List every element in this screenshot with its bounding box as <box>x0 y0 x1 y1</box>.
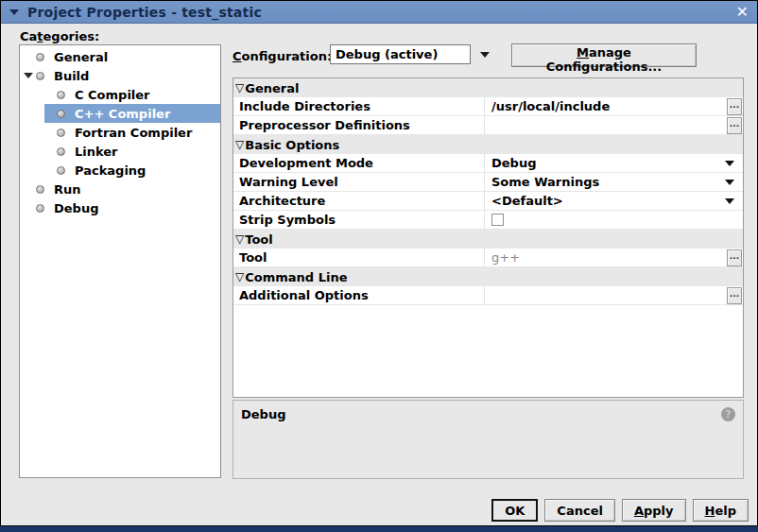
property-value-text: /usr/local/include <box>491 99 727 113</box>
description-title: Debug <box>241 407 285 421</box>
property-value-cell[interactable]: Some Warnings <box>485 173 743 191</box>
category-item-debug[interactable]: Debug <box>20 198 220 217</box>
category-item-c-compiler[interactable]: C Compiler <box>20 85 220 104</box>
section-collapse-icon[interactable]: ▽ <box>235 232 244 246</box>
property-value-cell[interactable]: <Default> <box>485 192 743 210</box>
category-item-general[interactable]: General <box>20 47 220 66</box>
browse-button[interactable]: ... <box>727 98 742 115</box>
property-row-preprocessor-definitions: Preprocessor Definitions... <box>233 116 743 135</box>
window-menu-icon[interactable] <box>9 9 19 15</box>
tree-item-band: Packaging <box>44 161 220 180</box>
node-bullet-icon <box>36 204 44 213</box>
node-bullet-icon <box>57 91 65 99</box>
help-button[interactable]: Help <box>693 499 749 522</box>
browse-button[interactable]: ... <box>727 287 742 304</box>
category-item-label: Fortran Compiler <box>75 126 192 140</box>
property-row-additional-options: Additional Options... <box>233 286 743 305</box>
section-label: Tool <box>245 232 272 247</box>
property-row-development-mode: Development ModeDebug <box>233 154 743 173</box>
section-header-general[interactable]: ▽General <box>233 78 743 97</box>
dropdown-arrow-icon[interactable] <box>725 161 734 166</box>
node-bullet-icon <box>57 166 65 175</box>
property-row-architecture: Architecture<Default> <box>233 192 743 211</box>
property-label: Strip Symbols <box>233 211 485 229</box>
property-row-tool: Toolg++... <box>233 249 743 267</box>
property-row-include-directories: Include Directories/usr/local/include... <box>233 97 743 116</box>
section-collapse-icon[interactable]: ▽ <box>235 81 244 94</box>
section-header-tool[interactable]: ▽Tool <box>233 230 743 249</box>
description-panel: Debug ? <box>233 400 744 479</box>
expand-toggle-icon[interactable] <box>24 73 33 78</box>
property-value-cell[interactable]: g++... <box>485 249 743 266</box>
property-label: Architecture <box>233 192 485 210</box>
node-bullet-icon <box>57 147 65 156</box>
node-bullet-icon <box>36 185 44 194</box>
browse-button[interactable]: ... <box>727 249 742 266</box>
category-item-linker[interactable]: Linker <box>20 142 220 161</box>
node-bullet-icon <box>57 129 65 137</box>
tree-item-band: Debug <box>24 198 220 217</box>
manage-configurations-button[interactable]: Manage Configurations... <box>511 43 697 67</box>
close-icon[interactable]: ✕ <box>736 5 749 20</box>
category-item-c-compiler[interactable]: C++ Compiler <box>20 104 220 123</box>
category-item-label: Debug <box>54 201 98 215</box>
configuration-combobox[interactable]: Debug (active) <box>330 44 471 64</box>
category-item-label: C++ Compiler <box>75 107 170 121</box>
taskbar-strip <box>0 526 758 532</box>
section-label: General <box>245 81 299 95</box>
project-properties-dialog: Project Properties - test_static ✕ Categ… <box>0 0 758 526</box>
section-header-basic-options[interactable]: ▽Basic Options <box>233 135 743 154</box>
section-label: Basic Options <box>245 138 339 152</box>
node-bullet-icon <box>36 72 44 80</box>
property-label: Warning Level <box>233 173 485 191</box>
category-item-packaging[interactable]: Packaging <box>20 161 220 180</box>
node-bullet-icon <box>36 53 44 61</box>
property-label: Development Mode <box>233 154 485 172</box>
property-row-strip-symbols: Strip Symbols <box>233 211 743 230</box>
section-header-command-line[interactable]: ▽Command Line <box>233 267 743 286</box>
configuration-dropdown-arrow-icon[interactable] <box>480 52 490 58</box>
tree-item-band: C Compiler <box>44 85 220 104</box>
property-sheet: ▽GeneralInclude Directories/usr/local/in… <box>233 77 744 398</box>
cancel-button[interactable]: Cancel <box>544 499 615 522</box>
ok-button[interactable]: OK <box>491 499 538 522</box>
category-item-label: Run <box>54 182 81 197</box>
property-label: Include Directories <box>233 97 485 115</box>
apply-button[interactable]: Apply <box>622 499 686 522</box>
property-label: Preprocessor Definitions <box>233 116 485 134</box>
tree-item-band: Run <box>24 180 220 198</box>
property-value-cell[interactable]: ... <box>485 286 743 304</box>
tree-item-band: Build <box>24 66 220 85</box>
category-item-label: C Compiler <box>75 88 150 102</box>
property-row-warning-level: Warning LevelSome Warnings <box>233 173 743 192</box>
property-value-cell[interactable] <box>485 211 743 229</box>
property-value-text: g++ <box>491 250 727 265</box>
section-collapse-icon[interactable]: ▽ <box>235 138 244 151</box>
tree-item-band: Linker <box>44 142 220 161</box>
browse-button[interactable]: ... <box>727 117 742 134</box>
tree-item-band: Fortran Compiler <box>44 123 220 142</box>
categories-label: Categories: <box>20 29 99 43</box>
dropdown-arrow-icon[interactable] <box>725 180 734 185</box>
category-item-build[interactable]: Build <box>20 66 220 85</box>
title-bar[interactable]: Project Properties - test_static ✕ <box>1 1 757 24</box>
strip-symbols-checkbox[interactable] <box>491 214 504 226</box>
category-item-fortran-compiler[interactable]: Fortran Compiler <box>20 123 220 142</box>
property-value-cell[interactable]: /usr/local/include... <box>485 97 743 115</box>
tree-item-band: General <box>24 47 220 66</box>
tree-item-band: C++ Compiler <box>44 104 220 123</box>
category-item-label: Linker <box>75 145 118 159</box>
section-collapse-icon[interactable]: ▽ <box>235 270 244 283</box>
window-title: Project Properties - test_static <box>27 5 262 20</box>
help-icon[interactable]: ? <box>721 407 735 421</box>
node-bullet-icon <box>57 110 65 118</box>
category-item-label: Packaging <box>75 163 146 178</box>
property-value-cell[interactable]: Debug <box>485 154 743 172</box>
property-value-text: Debug <box>491 156 725 170</box>
dropdown-arrow-icon[interactable] <box>725 198 734 204</box>
dialog-button-bar: OKCancelApplyHelp <box>1 499 749 522</box>
property-value-text: <Default> <box>491 194 725 208</box>
property-value-cell[interactable]: ... <box>485 116 743 134</box>
category-item-run[interactable]: Run <box>20 180 220 198</box>
screen: Project Properties - test_static ✕ Categ… <box>0 0 758 532</box>
